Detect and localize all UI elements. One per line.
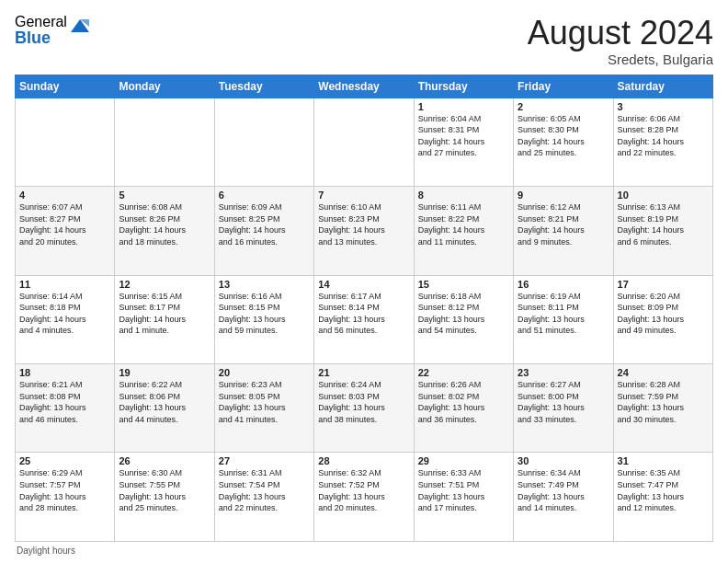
day-number: 18 <box>19 367 110 378</box>
table-row: 27Sunrise: 6:31 AMSunset: 7:54 PMDayligh… <box>214 453 313 542</box>
day-info: Sunrise: 6:09 AMSunset: 8:25 PMDaylight:… <box>219 201 310 247</box>
table-row: 9Sunrise: 6:12 AMSunset: 8:21 PMDaylight… <box>514 187 613 275</box>
day-number: 4 <box>19 190 110 201</box>
day-number: 22 <box>418 367 509 378</box>
day-number: 23 <box>518 367 609 378</box>
calendar-header-row: Sunday Monday Tuesday Wednesday Thursday… <box>16 75 713 98</box>
table-row: 1Sunrise: 6:04 AMSunset: 8:31 PMDaylight… <box>414 98 513 186</box>
day-number: 5 <box>119 190 210 201</box>
header: General Blue August 2024 Sredets, Bulgar… <box>15 15 713 67</box>
day-number: 11 <box>19 279 110 290</box>
table-row <box>314 98 414 186</box>
page: General Blue August 2024 Sredets, Bulgar… <box>0 0 728 563</box>
table-row: 2Sunrise: 6:05 AMSunset: 8:30 PMDaylight… <box>514 98 613 186</box>
day-number: 19 <box>119 367 210 378</box>
table-row <box>16 98 115 186</box>
day-info: Sunrise: 6:17 AMSunset: 8:14 PMDaylight:… <box>318 291 409 337</box>
logo-icon <box>69 16 91 38</box>
table-row: 15Sunrise: 6:18 AMSunset: 8:12 PMDayligh… <box>414 275 513 363</box>
day-number: 14 <box>318 279 409 290</box>
day-number: 15 <box>418 279 509 290</box>
day-info: Sunrise: 6:35 AMSunset: 7:47 PMDaylight:… <box>618 467 709 513</box>
day-info: Sunrise: 6:18 AMSunset: 8:12 PMDaylight:… <box>418 291 509 337</box>
calendar-week-row: 4Sunrise: 6:07 AMSunset: 8:27 PMDaylight… <box>16 187 713 275</box>
day-number: 1 <box>418 101 509 112</box>
table-row: 8Sunrise: 6:11 AMSunset: 8:22 PMDaylight… <box>414 187 513 275</box>
day-number: 26 <box>119 455 210 466</box>
table-row: 25Sunrise: 6:29 AMSunset: 7:57 PMDayligh… <box>16 453 115 542</box>
day-info: Sunrise: 6:28 AMSunset: 7:59 PMDaylight:… <box>618 379 709 425</box>
day-number: 24 <box>618 367 709 378</box>
table-row: 4Sunrise: 6:07 AMSunset: 8:27 PMDaylight… <box>16 187 115 275</box>
location: Sredets, Bulgaria <box>528 52 713 67</box>
table-row: 19Sunrise: 6:22 AMSunset: 8:06 PMDayligh… <box>115 364 214 453</box>
day-info: Sunrise: 6:26 AMSunset: 8:02 PMDaylight:… <box>418 379 509 425</box>
table-row: 26Sunrise: 6:30 AMSunset: 7:55 PMDayligh… <box>115 453 214 542</box>
col-thursday: Thursday <box>414 75 513 98</box>
title-block: August 2024 Sredets, Bulgaria <box>528 15 713 67</box>
day-number: 20 <box>219 367 310 378</box>
table-row <box>115 98 214 186</box>
day-number: 29 <box>418 455 509 466</box>
footer-note: Daylight hours <box>15 546 713 556</box>
day-number: 3 <box>618 101 709 112</box>
day-info: Sunrise: 6:15 AMSunset: 8:17 PMDaylight:… <box>119 291 210 337</box>
day-info: Sunrise: 6:33 AMSunset: 7:51 PMDaylight:… <box>418 467 509 513</box>
day-number: 30 <box>518 455 609 466</box>
day-number: 13 <box>219 279 310 290</box>
day-info: Sunrise: 6:08 AMSunset: 8:26 PMDaylight:… <box>119 201 210 247</box>
day-number: 27 <box>219 455 310 466</box>
month-title: August 2024 <box>528 15 713 52</box>
table-row: 16Sunrise: 6:19 AMSunset: 8:11 PMDayligh… <box>514 275 613 363</box>
day-number: 9 <box>518 190 609 201</box>
table-row: 13Sunrise: 6:16 AMSunset: 8:15 PMDayligh… <box>214 275 313 363</box>
day-info: Sunrise: 6:04 AMSunset: 8:31 PMDaylight:… <box>418 113 509 159</box>
day-info: Sunrise: 6:22 AMSunset: 8:06 PMDaylight:… <box>119 379 210 425</box>
table-row: 18Sunrise: 6:21 AMSunset: 8:08 PMDayligh… <box>16 364 115 453</box>
day-info: Sunrise: 6:27 AMSunset: 8:00 PMDaylight:… <box>518 379 609 425</box>
day-number: 2 <box>518 101 609 112</box>
day-number: 10 <box>618 190 709 201</box>
col-tuesday: Tuesday <box>214 75 313 98</box>
logo: General Blue <box>15 15 91 46</box>
day-info: Sunrise: 6:12 AMSunset: 8:21 PMDaylight:… <box>518 201 609 247</box>
day-info: Sunrise: 6:34 AMSunset: 7:49 PMDaylight:… <box>518 467 609 513</box>
day-number: 7 <box>318 190 409 201</box>
table-row: 23Sunrise: 6:27 AMSunset: 8:00 PMDayligh… <box>514 364 613 453</box>
table-row: 6Sunrise: 6:09 AMSunset: 8:25 PMDaylight… <box>214 187 313 275</box>
day-info: Sunrise: 6:10 AMSunset: 8:23 PMDaylight:… <box>318 201 409 247</box>
calendar-week-row: 1Sunrise: 6:04 AMSunset: 8:31 PMDaylight… <box>16 98 713 186</box>
table-row: 24Sunrise: 6:28 AMSunset: 7:59 PMDayligh… <box>613 364 712 453</box>
day-number: 12 <box>119 279 210 290</box>
day-number: 17 <box>618 279 709 290</box>
table-row: 12Sunrise: 6:15 AMSunset: 8:17 PMDayligh… <box>115 275 214 363</box>
day-number: 21 <box>318 367 409 378</box>
logo-blue: Blue <box>15 29 67 46</box>
day-number: 31 <box>618 455 709 466</box>
col-friday: Friday <box>514 75 613 98</box>
day-info: Sunrise: 6:05 AMSunset: 8:30 PMDaylight:… <box>518 113 609 159</box>
day-number: 16 <box>518 279 609 290</box>
day-info: Sunrise: 6:14 AMSunset: 8:18 PMDaylight:… <box>19 291 110 337</box>
col-wednesday: Wednesday <box>314 75 414 98</box>
day-info: Sunrise: 6:24 AMSunset: 8:03 PMDaylight:… <box>318 379 409 425</box>
table-row: 7Sunrise: 6:10 AMSunset: 8:23 PMDaylight… <box>314 187 414 275</box>
col-sunday: Sunday <box>16 75 115 98</box>
day-info: Sunrise: 6:13 AMSunset: 8:19 PMDaylight:… <box>618 201 709 247</box>
day-number: 25 <box>19 455 110 466</box>
table-row: 21Sunrise: 6:24 AMSunset: 8:03 PMDayligh… <box>314 364 414 453</box>
day-info: Sunrise: 6:21 AMSunset: 8:08 PMDaylight:… <box>19 379 110 425</box>
table-row: 22Sunrise: 6:26 AMSunset: 8:02 PMDayligh… <box>414 364 513 453</box>
logo-general: General <box>15 15 67 29</box>
table-row: 3Sunrise: 6:06 AMSunset: 8:28 PMDaylight… <box>613 98 712 186</box>
day-info: Sunrise: 6:31 AMSunset: 7:54 PMDaylight:… <box>219 467 310 513</box>
calendar-week-row: 11Sunrise: 6:14 AMSunset: 8:18 PMDayligh… <box>16 275 713 363</box>
table-row: 17Sunrise: 6:20 AMSunset: 8:09 PMDayligh… <box>613 275 712 363</box>
day-number: 28 <box>318 455 409 466</box>
logo-text: General Blue <box>15 15 67 46</box>
day-number: 8 <box>418 190 509 201</box>
table-row: 28Sunrise: 6:32 AMSunset: 7:52 PMDayligh… <box>314 453 414 542</box>
col-saturday: Saturday <box>613 75 712 98</box>
table-row: 10Sunrise: 6:13 AMSunset: 8:19 PMDayligh… <box>613 187 712 275</box>
day-info: Sunrise: 6:20 AMSunset: 8:09 PMDaylight:… <box>618 291 709 337</box>
